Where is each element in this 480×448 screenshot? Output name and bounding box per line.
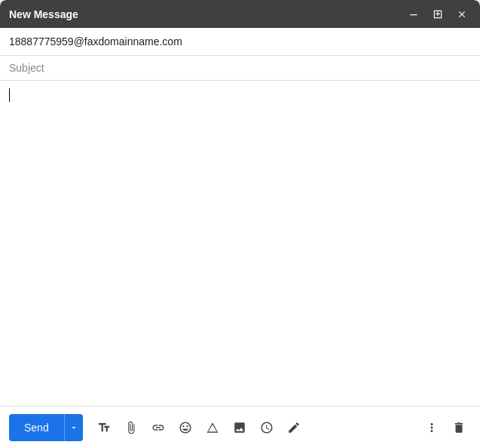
header-controls	[405, 5, 471, 23]
formatting-button[interactable]	[92, 416, 116, 440]
attach-button[interactable]	[119, 416, 143, 440]
send-btn-group: Send	[9, 414, 83, 441]
drive-button[interactable]	[200, 416, 225, 440]
to-row: 18887775959@faxdomainname.com	[0, 28, 480, 56]
close-button[interactable]	[453, 5, 471, 23]
compose-body[interactable]	[0, 81, 480, 406]
expand-button[interactable]	[429, 5, 447, 23]
compose-toolbar: Send	[0, 406, 480, 448]
confidential-button[interactable]	[255, 416, 279, 440]
subject-row	[0, 56, 480, 81]
subject-input[interactable]	[9, 62, 471, 74]
minimize-button[interactable]	[405, 5, 423, 23]
compose-header: New Message	[0, 0, 480, 28]
more-options-button[interactable]	[420, 416, 444, 440]
link-button[interactable]	[146, 416, 170, 440]
to-value: 18887775959@faxdomainname.com	[9, 35, 471, 48]
discard-button[interactable]	[447, 416, 471, 440]
toolbar-right	[420, 416, 471, 440]
compose-window: New Message 18887775959@faxdomainname.co…	[0, 0, 480, 448]
signature-button[interactable]	[282, 416, 306, 440]
emoji-button[interactable]	[173, 416, 197, 440]
text-cursor	[9, 88, 10, 102]
send-dropdown-button[interactable]	[64, 414, 83, 441]
compose-title: New Message	[9, 8, 78, 20]
send-button[interactable]: Send	[9, 414, 64, 441]
photo-button[interactable]	[228, 416, 252, 440]
